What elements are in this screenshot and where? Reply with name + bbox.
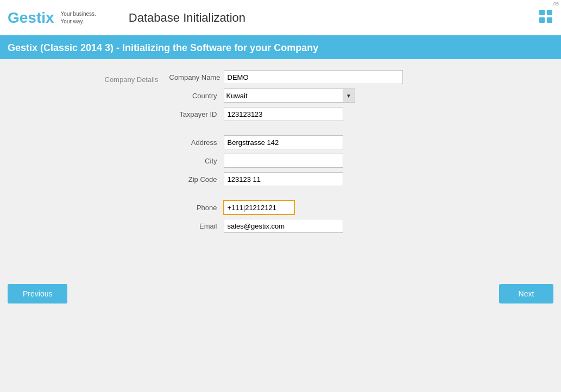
page-title-bar: Gestix (Classic 2014 3) - Initializing t… — [0, 37, 561, 59]
taxpayer-id-input[interactable] — [224, 107, 343, 121]
svg-rect-1 — [547, 10, 552, 15]
city-group: City — [169, 154, 555, 168]
page-title: Gestix (Classic 2014 3) - Initializing t… — [8, 42, 318, 53]
main-content: Company Details Company Name Country Kuw… — [0, 59, 561, 276]
zip-code-input[interactable] — [224, 172, 343, 186]
taxpayer-id-group: Taxpayer ID — [169, 107, 555, 121]
email-label: Email — [169, 222, 224, 230]
header: Gestix Your business. Your way. Database… — [0, 0, 561, 37]
previous-button[interactable]: Previous — [8, 284, 67, 304]
city-label: City — [169, 157, 224, 165]
zip-code-label: Zip Code — [169, 175, 224, 184]
section-label: Company Details — [7, 70, 169, 237]
form-area: Company Details Company Name Country Kuw… — [0, 70, 561, 237]
phone-group: Phone — [169, 200, 555, 214]
phone-label: Phone — [169, 204, 224, 212]
country-select-container: Kuwait Germany United States United King… — [224, 88, 355, 103]
form-container: Company Details Company Name Country Kuw… — [7, 70, 555, 237]
logo-tagline: Your business. Your way. — [61, 10, 96, 26]
country-group: Country Kuwait Germany United States Uni… — [169, 88, 555, 103]
header-title: Database Initialization — [129, 11, 245, 25]
logo-block: Gestix Your business. Your way. — [8, 9, 96, 27]
email-input[interactable] — [224, 219, 343, 233]
company-name-input[interactable] — [224, 70, 403, 84]
company-name-label: Company Name — [169, 73, 224, 81]
version-badge: .05 — [552, 1, 559, 7]
company-name-group: Company Name — [169, 70, 555, 84]
address-label: Address — [169, 138, 224, 147]
next-button[interactable]: Next — [499, 284, 553, 304]
fields-area: Company Name Country Kuwait Germany Unit… — [169, 70, 555, 237]
email-group: Email — [169, 219, 555, 233]
zip-code-group: Zip Code — [169, 172, 555, 186]
country-label: Country — [169, 92, 224, 100]
taxpayer-id-label: Taxpayer ID — [169, 110, 224, 118]
city-input[interactable] — [224, 154, 343, 168]
phone-input[interactable] — [224, 200, 294, 214]
country-dropdown-arrow[interactable]: ▼ — [343, 88, 355, 103]
address-group: Address — [169, 135, 555, 149]
logo: Gestix — [8, 9, 54, 27]
svg-rect-3 — [547, 17, 552, 23]
address-input[interactable] — [224, 135, 343, 149]
country-select[interactable]: Kuwait Germany United States United King… — [224, 88, 343, 103]
svg-rect-2 — [539, 17, 545, 23]
refresh-icon[interactable] — [538, 9, 553, 27]
bottom-nav: Previous Next — [0, 276, 561, 311]
svg-rect-0 — [539, 10, 545, 15]
